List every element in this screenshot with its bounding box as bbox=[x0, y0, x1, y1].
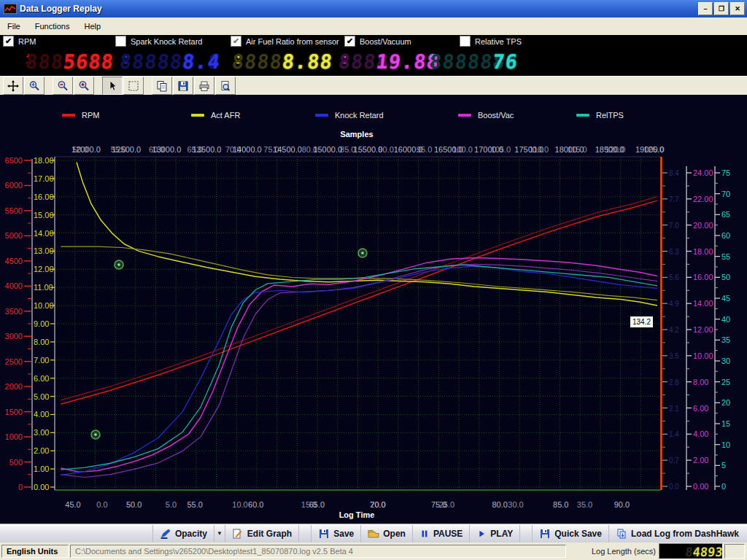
select-region-icon bbox=[128, 80, 139, 92]
svg-text:1.00: 1.00 bbox=[34, 464, 49, 473]
svg-text:1000: 1000 bbox=[5, 432, 23, 441]
dynamic-zoom-button[interactable] bbox=[24, 77, 44, 95]
pan-button[interactable] bbox=[3, 77, 23, 95]
units-indicator: English Units bbox=[1, 545, 69, 558]
checkbox-air-fuel-ratio[interactable]: ✔ bbox=[231, 36, 241, 47]
play-icon bbox=[476, 529, 487, 539]
load-log-dashhawk-button[interactable]: Load Log from DashHawk bbox=[608, 525, 746, 542]
svg-text:4.00: 4.00 bbox=[34, 410, 49, 419]
svg-text:5500: 5500 bbox=[5, 206, 23, 215]
svg-text:50: 50 bbox=[721, 273, 730, 281]
svg-text:8.00: 8.00 bbox=[693, 378, 708, 386]
svg-text:18500.0: 18500.0 bbox=[595, 145, 624, 154]
quick-save-button[interactable]: Quick Save bbox=[532, 525, 608, 542]
boost-readout: +− 88888.8819.88 bbox=[341, 50, 439, 74]
checkbox-boost-vacuum[interactable]: ✔ bbox=[344, 36, 355, 47]
opacity-button[interactable]: Opacity bbox=[152, 525, 214, 542]
checkbox-relative-tps[interactable] bbox=[460, 36, 471, 47]
svg-text:70.0: 70.0 bbox=[370, 500, 385, 509]
svg-text:2.00: 2.00 bbox=[693, 456, 708, 464]
svg-text:75.0: 75.0 bbox=[431, 500, 446, 509]
svg-text:0.00: 0.00 bbox=[693, 482, 708, 491]
svg-text:16.00: 16.00 bbox=[34, 192, 54, 201]
svg-text:55.0: 55.0 bbox=[187, 500, 202, 509]
svg-text:5: 5 bbox=[721, 461, 726, 470]
knock-swatch bbox=[315, 114, 328, 117]
toggle-relative-tps[interactable]: Relative TPS bbox=[460, 36, 522, 47]
save-button[interactable] bbox=[173, 77, 193, 95]
menu-help[interactable]: Help bbox=[77, 19, 108, 34]
svg-text:14000.0: 14000.0 bbox=[233, 145, 262, 154]
svg-text:6500: 6500 bbox=[5, 156, 23, 165]
svg-text:13000.0: 13000.0 bbox=[152, 145, 182, 154]
svg-text:1500: 1500 bbox=[5, 408, 23, 416]
pause-button[interactable]: PAUSE bbox=[412, 525, 469, 542]
menu-functions[interactable]: Functions bbox=[28, 19, 77, 34]
svg-text:22.00: 22.00 bbox=[693, 195, 713, 203]
logtime-axis-title: Log Time bbox=[313, 510, 400, 519]
maximize-button[interactable]: ❐ bbox=[714, 2, 729, 15]
print-preview-button[interactable] bbox=[215, 77, 236, 95]
svg-text:3.00: 3.00 bbox=[34, 428, 49, 437]
copy-button[interactable] bbox=[152, 77, 172, 95]
svg-text:16.00: 16.00 bbox=[693, 273, 713, 281]
svg-text:18000.0: 18000.0 bbox=[555, 145, 584, 154]
save-log-button[interactable]: Save bbox=[311, 525, 360, 542]
opacity-dropdown-arrow[interactable]: ▼ bbox=[214, 525, 225, 542]
svg-text:15.00: 15.00 bbox=[34, 211, 54, 219]
svg-text:35: 35 bbox=[721, 335, 730, 344]
close-button[interactable]: ✕ bbox=[730, 2, 745, 15]
svg-text:0.0: 0.0 bbox=[669, 483, 679, 491]
svg-text:45.0: 45.0 bbox=[65, 500, 80, 509]
afr-readout: +− 88888.888.88 bbox=[235, 50, 333, 74]
zoom-in-button[interactable] bbox=[74, 77, 94, 95]
menu-file[interactable]: File bbox=[0, 19, 28, 34]
svg-text:0: 0 bbox=[721, 482, 726, 491]
opacity-brush-icon bbox=[160, 528, 171, 540]
svg-text:30: 30 bbox=[721, 357, 730, 365]
print-icon bbox=[198, 80, 210, 92]
svg-text:8.00: 8.00 bbox=[34, 338, 49, 346]
svg-text:7.7: 7.7 bbox=[669, 195, 679, 203]
svg-text:4.2: 4.2 bbox=[669, 326, 679, 334]
green-marker-3[interactable] bbox=[91, 430, 100, 439]
graph-toolbar bbox=[0, 76, 747, 95]
zoom-out-button[interactable] bbox=[53, 77, 73, 95]
rpm-swatch bbox=[62, 114, 75, 117]
svg-text:10.0: 10.0 bbox=[232, 500, 247, 509]
svg-text:5.00: 5.00 bbox=[34, 392, 49, 401]
toggle-spark-knock-retard[interactable]: Spark Knock Retard bbox=[115, 36, 202, 47]
svg-text:60: 60 bbox=[721, 231, 730, 240]
toggle-boost-vacuum[interactable]: ✔Boost/Vacuum bbox=[344, 36, 411, 47]
svg-text:12.00: 12.00 bbox=[693, 325, 713, 334]
checkbox-rpm[interactable]: ✔ bbox=[3, 36, 14, 47]
svg-text:18.00: 18.00 bbox=[34, 156, 54, 165]
svg-text:35.0: 35.0 bbox=[577, 500, 592, 509]
plot-area[interactable]: 6500600055005000450040003500300025002000… bbox=[0, 95, 747, 524]
print-button[interactable] bbox=[194, 77, 214, 95]
svg-text:17000.0: 17000.0 bbox=[474, 145, 503, 154]
pointer-button[interactable] bbox=[102, 77, 123, 95]
toggle-air-fuel-ratio[interactable]: ✔Air Fuel Ratio from sensor bbox=[231, 36, 339, 47]
minimize-button[interactable]: – bbox=[698, 2, 713, 15]
window-title: Data Logger Replay bbox=[20, 4, 102, 14]
open-log-button[interactable]: Open bbox=[360, 525, 412, 542]
tps-axis: 757065605550454035302520151050 bbox=[715, 166, 730, 491]
legend-boost-vac: Boost/Vac bbox=[458, 111, 514, 120]
svg-text:12500.0: 12500.0 bbox=[112, 145, 141, 154]
select-region-button[interactable] bbox=[123, 77, 144, 95]
play-button[interactable]: PLAY bbox=[469, 525, 519, 542]
svg-text:3.5: 3.5 bbox=[669, 352, 679, 360]
edit-graph-button[interactable]: Edit Graph bbox=[225, 525, 298, 542]
svg-text:10.00: 10.00 bbox=[693, 351, 713, 360]
checkbox-spark-knock-retard[interactable] bbox=[115, 36, 126, 47]
toggle-rpm[interactable]: ✔RPM bbox=[3, 36, 36, 47]
green-marker-1[interactable] bbox=[115, 260, 123, 269]
svg-text:24.00: 24.00 bbox=[693, 168, 713, 177]
log-length-label: Log Length (secs) bbox=[592, 547, 656, 556]
svg-text:3000: 3000 bbox=[5, 332, 23, 341]
svg-text:4.9: 4.9 bbox=[669, 300, 679, 308]
svg-text:16500.0: 16500.0 bbox=[434, 145, 463, 154]
green-marker-2[interactable] bbox=[358, 249, 367, 257]
cursor-value-tooltip: 134.2 bbox=[630, 316, 654, 328]
